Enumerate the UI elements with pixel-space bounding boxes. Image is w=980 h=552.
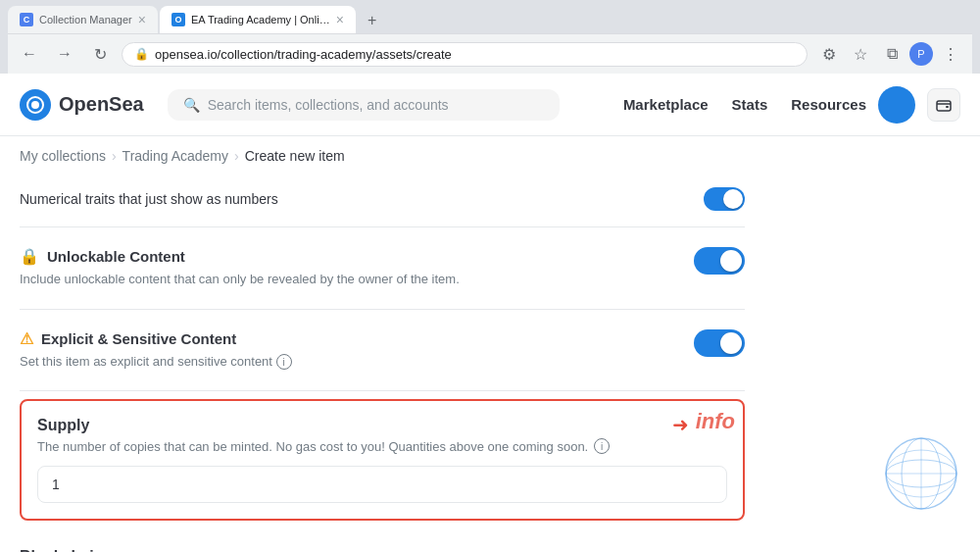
tab-favicon-1: C bbox=[20, 13, 33, 26]
address-text: opensea.io/collection/trading-academy/as… bbox=[155, 47, 452, 62]
browser-tabs: C Collection Manager × O EA Trading Acad… bbox=[8, 6, 972, 33]
header-actions bbox=[878, 86, 960, 124]
tab-close-2[interactable]: × bbox=[336, 12, 344, 27]
tab-collection-manager[interactable]: C Collection Manager × bbox=[8, 6, 158, 33]
tab-close-1[interactable]: × bbox=[138, 12, 146, 27]
main-content: Numerical traits that just show as numbe… bbox=[0, 176, 764, 552]
tab-label-1: Collection Manager bbox=[39, 14, 132, 25]
svg-rect-3 bbox=[946, 106, 949, 108]
supply-desc: The number of copies that can be minted.… bbox=[37, 438, 727, 454]
search-input[interactable] bbox=[208, 97, 544, 113]
unlockable-toggle-thumb bbox=[720, 250, 742, 272]
header-nav: Marketplace Stats Resources bbox=[623, 88, 866, 121]
numerical-traits-toggle-thumb bbox=[723, 189, 743, 209]
breadcrumb-sep-2: › bbox=[234, 148, 239, 164]
browser-toolbar: ← → ↻ 🔒 opensea.io/collection/trading-ac… bbox=[8, 33, 972, 74]
wallet-button[interactable] bbox=[927, 88, 960, 122]
new-tab-button[interactable]: + bbox=[360, 8, 384, 33]
address-bar[interactable]: 🔒 opensea.io/collection/trading-academy/… bbox=[122, 42, 808, 67]
explicit-content-section: ⚠ Explicit & Sensitive Content Set this … bbox=[20, 310, 745, 392]
supply-section: ➜ info Supply The number of copies that … bbox=[20, 399, 745, 521]
explicit-desc: Set this item as explicit and sensitive … bbox=[20, 352, 694, 372]
browser-chrome: C Collection Manager × O EA Trading Acad… bbox=[0, 0, 980, 74]
unlockable-title: 🔒 Unlockable Content bbox=[20, 247, 694, 266]
app-header: OpenSea 🔍 Marketplace Stats Resources bbox=[0, 74, 980, 136]
tab-label-2: EA Trading Academy | Online C... bbox=[191, 14, 330, 25]
opensea-logo bbox=[20, 89, 51, 121]
breadcrumb-my-collections[interactable]: My collections bbox=[20, 148, 106, 164]
reload-button[interactable]: ↻ bbox=[86, 40, 114, 68]
menu-button[interactable]: ⋮ bbox=[937, 40, 964, 68]
user-avatar[interactable] bbox=[878, 86, 915, 124]
numerical-traits-text: Numerical traits that just show as numbe… bbox=[20, 191, 278, 207]
unlockable-control bbox=[694, 247, 745, 275]
explicit-control bbox=[694, 329, 745, 357]
supply-watermark: info bbox=[696, 409, 735, 434]
extensions-button[interactable]: ⚙ bbox=[815, 40, 843, 68]
svg-point-1 bbox=[31, 101, 39, 109]
logo-area[interactable]: OpenSea bbox=[20, 89, 144, 121]
breadcrumb-current: Create new item bbox=[245, 148, 345, 164]
extensions-puzzle-button[interactable]: ⧉ bbox=[878, 40, 906, 68]
unlockable-desc: Include unlockable content that can only… bbox=[20, 270, 694, 289]
explicit-toggle-thumb bbox=[720, 332, 742, 354]
supply-info-icon[interactable]: i bbox=[594, 438, 610, 454]
logo-text: OpenSea bbox=[59, 93, 144, 116]
explicit-info-icon[interactable]: i bbox=[276, 354, 292, 370]
unlockable-info: 🔒 Unlockable Content Include unlockable … bbox=[20, 247, 694, 289]
profile-button[interactable]: P bbox=[909, 42, 933, 66]
explicit-toggle[interactable] bbox=[694, 329, 745, 357]
numerical-traits-row: Numerical traits that just show as numbe… bbox=[20, 176, 745, 227]
unlockable-toggle[interactable] bbox=[694, 247, 745, 275]
blockchain-section: Blockchain Ξ Ethereum ▾ bbox=[20, 528, 745, 552]
forward-button[interactable]: → bbox=[51, 40, 78, 68]
back-button[interactable]: ← bbox=[16, 40, 43, 68]
breadcrumb-sep-1: › bbox=[112, 148, 117, 164]
search-bar[interactable]: 🔍 bbox=[168, 89, 560, 121]
supply-arrow-indicator: ➜ bbox=[672, 413, 689, 436]
supply-title: Supply bbox=[37, 417, 727, 434]
nav-resources[interactable]: Resources bbox=[791, 88, 866, 121]
nav-stats[interactable]: Stats bbox=[732, 88, 768, 121]
nav-marketplace[interactable]: Marketplace bbox=[623, 88, 709, 121]
blockchain-title: Blockchain bbox=[20, 548, 745, 552]
breadcrumb-trading-academy[interactable]: Trading Academy bbox=[122, 148, 228, 164]
numerical-traits-toggle[interactable] bbox=[704, 187, 745, 211]
decorative-globe bbox=[882, 434, 960, 513]
warning-icon: ⚠ bbox=[20, 329, 33, 348]
tab-ea-trading[interactable]: O EA Trading Academy | Online C... × bbox=[160, 6, 356, 33]
supply-input[interactable] bbox=[37, 466, 727, 503]
breadcrumb: My collections › Trading Academy › Creat… bbox=[0, 136, 980, 176]
search-icon: 🔍 bbox=[183, 97, 200, 113]
ssl-lock-icon: 🔒 bbox=[134, 47, 149, 61]
toolbar-icons: ⚙ ☆ ⧉ P ⋮ bbox=[815, 40, 964, 68]
explicit-info: ⚠ Explicit & Sensitive Content Set this … bbox=[20, 329, 694, 372]
svg-rect-2 bbox=[937, 101, 951, 111]
explicit-title: ⚠ Explicit & Sensitive Content bbox=[20, 329, 694, 348]
bookmark-button[interactable]: ☆ bbox=[847, 40, 874, 68]
lock-icon: 🔒 bbox=[20, 247, 39, 266]
tab-favicon-2: O bbox=[172, 13, 185, 26]
unlockable-content-section: 🔒 Unlockable Content Include unlockable … bbox=[20, 227, 745, 310]
